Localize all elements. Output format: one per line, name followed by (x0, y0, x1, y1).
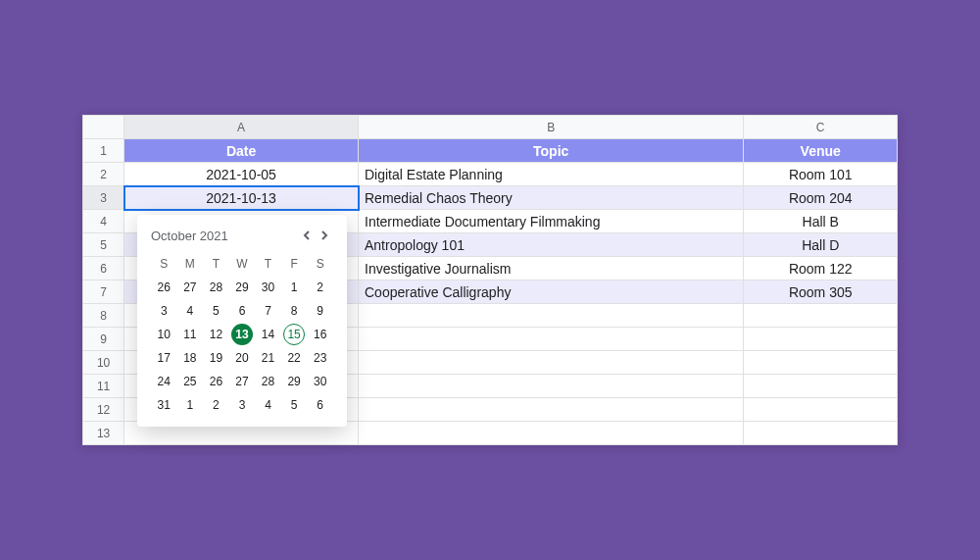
date-picker-day-outside[interactable]: 27 (177, 276, 204, 299)
date-picker-day-outside[interactable]: 26 (151, 276, 177, 299)
cell-B4[interactable]: Intermediate Documentary Filmmaking (359, 210, 744, 233)
cell-C3[interactable]: Room 204 (744, 186, 898, 210)
row-header[interactable]: 11 (83, 375, 124, 398)
row-header[interactable]: 7 (83, 280, 124, 304)
cell-B2[interactable]: Digital Estate Planning (359, 163, 744, 186)
date-picker-day[interactable]: 30 (307, 370, 333, 393)
col-header-C[interactable]: C (744, 116, 898, 139)
date-picker-day-outside[interactable]: 28 (203, 276, 229, 299)
date-picker-popover: October 2021 SMTWTFS 2627282930123456789… (137, 215, 347, 427)
cell-A2[interactable]: 2021-10-05 (124, 163, 359, 186)
date-picker-day[interactable]: 22 (281, 346, 308, 370)
cell-B7[interactable]: Cooperative Calligraphy (359, 280, 744, 304)
row-header[interactable]: 3 (83, 186, 124, 210)
cell-B3[interactable]: Remedial Chaos Theory (359, 186, 744, 210)
cell-B11[interactable] (359, 375, 744, 398)
row-header[interactable]: 10 (83, 351, 124, 375)
cell-C9[interactable] (744, 328, 898, 351)
date-picker-dow: T (203, 252, 229, 276)
date-picker-day[interactable]: 2 (307, 276, 333, 299)
date-picker-day[interactable]: 16 (307, 323, 333, 346)
date-picker-day-outside[interactable]: 29 (229, 276, 256, 299)
date-picker-day[interactable]: 13 (229, 323, 256, 346)
date-picker-day[interactable]: 5 (203, 299, 229, 323)
row-header[interactable]: 5 (83, 233, 124, 257)
date-picker-dow: M (177, 252, 204, 276)
chevron-right-icon (319, 230, 329, 240)
date-picker-day[interactable]: 10 (151, 323, 177, 346)
date-picker-day[interactable]: 28 (255, 370, 281, 393)
cell-C6[interactable]: Room 122 (744, 257, 898, 280)
row-header[interactable]: 2 (83, 163, 124, 186)
row-header[interactable]: 6 (83, 257, 124, 280)
date-picker-day[interactable]: 9 (307, 299, 333, 323)
date-picker-next-button[interactable] (316, 227, 333, 244)
date-picker-day-outside[interactable]: 3 (229, 393, 256, 417)
date-picker-dow: F (281, 252, 308, 276)
date-picker-day[interactable]: 11 (177, 323, 204, 346)
date-picker-day[interactable]: 8 (281, 299, 308, 323)
date-picker-day[interactable]: 1 (281, 276, 308, 299)
row-header[interactable]: 9 (83, 328, 124, 351)
date-picker-day-outside[interactable]: 6 (307, 393, 333, 417)
cell-C2[interactable]: Room 101 (744, 163, 898, 186)
cell-B5[interactable]: Antropology 101 (359, 233, 744, 257)
cell-B13[interactable] (359, 422, 744, 445)
date-picker-day[interactable]: 6 (229, 299, 256, 323)
date-picker-grid: SMTWTFS 26272829301234567891011121314151… (151, 252, 333, 417)
row-header[interactable]: 4 (83, 210, 124, 233)
cell-B6[interactable]: Investigative Journalism (359, 257, 744, 280)
cell-C4[interactable]: Hall B (744, 210, 898, 233)
date-picker-day[interactable]: 25 (177, 370, 204, 393)
header-date[interactable]: Date (124, 139, 359, 163)
date-picker-day[interactable]: 7 (255, 299, 281, 323)
cell-C8[interactable] (744, 304, 898, 328)
cell-C11[interactable] (744, 375, 898, 398)
date-picker-day[interactable]: 19 (203, 346, 229, 370)
spreadsheet-panel: A B C 1 Date Topic Venue 2 2021-10-05 Di… (82, 115, 898, 445)
header-venue[interactable]: Venue (744, 139, 898, 163)
date-picker-prev-button[interactable] (298, 227, 316, 244)
date-picker-day-outside[interactable]: 1 (177, 393, 204, 417)
date-picker-day[interactable]: 17 (151, 346, 177, 370)
date-picker-day[interactable]: 23 (307, 346, 333, 370)
date-picker-day[interactable]: 20 (229, 346, 256, 370)
date-picker-day[interactable]: 29 (281, 370, 308, 393)
date-picker-day[interactable]: 27 (229, 370, 256, 393)
cell-B12[interactable] (359, 398, 744, 422)
date-picker-day[interactable]: 21 (255, 346, 281, 370)
date-picker-day[interactable]: 3 (151, 299, 177, 323)
cell-C12[interactable] (744, 398, 898, 422)
row-header[interactable]: 1 (83, 139, 124, 163)
date-picker-day-outside[interactable]: 2 (203, 393, 229, 417)
select-all-corner[interactable] (83, 116, 124, 139)
date-picker-month-label: October 2021 (151, 229, 298, 243)
cell-C13[interactable] (744, 422, 898, 445)
chevron-left-icon (302, 230, 312, 240)
cell-C7[interactable]: Room 305 (744, 280, 898, 304)
date-picker-dow: S (151, 252, 177, 276)
cell-C5[interactable]: Hall D (744, 233, 898, 257)
col-header-A[interactable]: A (124, 116, 359, 139)
header-topic[interactable]: Topic (359, 139, 744, 163)
date-picker-day-outside[interactable]: 5 (281, 393, 308, 417)
cell-A3[interactable]: 2021-10-13 (124, 186, 359, 210)
date-picker-day[interactable]: 4 (177, 299, 204, 323)
cell-B10[interactable] (359, 351, 744, 375)
date-picker-day-outside[interactable]: 30 (255, 276, 281, 299)
row-header[interactable]: 13 (83, 422, 124, 445)
date-picker-day[interactable]: 14 (255, 323, 281, 346)
date-picker-day[interactable]: 12 (203, 323, 229, 346)
date-picker-day[interactable]: 15 (281, 323, 308, 346)
cell-C10[interactable] (744, 351, 898, 375)
cell-B8[interactable] (359, 304, 744, 328)
date-picker-day[interactable]: 26 (203, 370, 229, 393)
col-header-B[interactable]: B (359, 116, 744, 139)
date-picker-day[interactable]: 18 (177, 346, 204, 370)
date-picker-day-outside[interactable]: 4 (255, 393, 281, 417)
row-header[interactable]: 12 (83, 398, 124, 422)
date-picker-day[interactable]: 31 (151, 393, 177, 417)
cell-B9[interactable] (359, 328, 744, 351)
date-picker-day[interactable]: 24 (151, 370, 177, 393)
row-header[interactable]: 8 (83, 304, 124, 328)
